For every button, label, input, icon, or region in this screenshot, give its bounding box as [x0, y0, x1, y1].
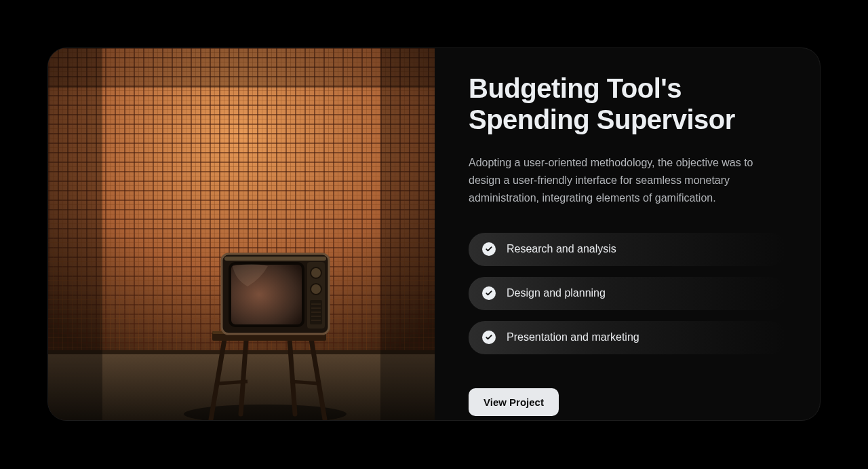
svg-line-20 [291, 381, 318, 383]
project-card: Budgeting Tool's Spending Supervisor Ado… [47, 48, 821, 421]
project-image [48, 48, 435, 420]
project-title: Budgeting Tool's Spending Supervisor [469, 73, 786, 135]
view-project-button[interactable]: View Project [469, 388, 559, 416]
svg-rect-25 [224, 257, 326, 261]
feature-label: Presentation and marketing [507, 331, 639, 343]
svg-rect-40 [380, 48, 435, 420]
feature-item: Research and analysis [469, 233, 786, 266]
feature-list: Research and analysis Design and plannin… [469, 233, 786, 354]
svg-line-19 [219, 381, 248, 383]
svg-rect-39 [48, 48, 102, 420]
svg-rect-41 [48, 48, 435, 88]
project-content: Budgeting Tool's Spending Supervisor Ado… [435, 48, 820, 420]
project-description: Adopting a user-oriented methodology, th… [469, 154, 786, 207]
cta-row: View Project [469, 388, 786, 416]
check-circle-icon [482, 286, 496, 300]
feature-item: Design and planning [469, 277, 786, 310]
check-circle-icon [482, 331, 496, 344]
check-circle-icon [482, 242, 496, 256]
feature-label: Research and analysis [507, 243, 616, 255]
feature-item: Presentation and marketing [469, 321, 786, 354]
svg-rect-13 [48, 350, 435, 354]
feature-label: Design and planning [507, 287, 606, 299]
